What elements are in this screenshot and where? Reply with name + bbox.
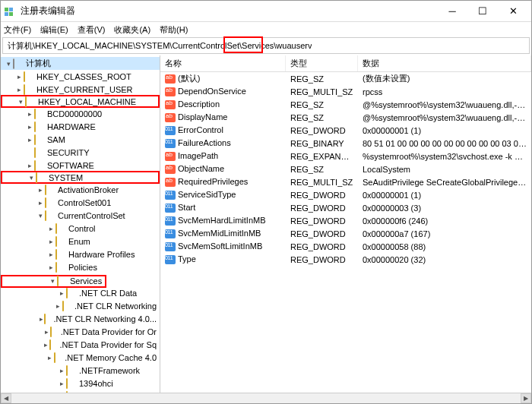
tree-node-enum[interactable]: ▸Enum [1, 235, 160, 248]
tree-node-hardware[interactable]: ▸HARDWARE [1, 120, 160, 133]
tree-node-service-item[interactable]: ▸.NET Memory Cache 4.0 [1, 352, 160, 365]
tree-node-service-item[interactable]: ▸.NET CLR Data [1, 287, 160, 300]
address-prefix: 计算机\HKEY_LOCAL_MACHINE\SYSTEM\CurrentCon… [8, 41, 276, 50]
column-name[interactable]: 名称 [160, 55, 286, 71]
scroll-left-button[interactable]: ◀ [1, 393, 11, 403]
chevron-right-icon[interactable]: ▸ [46, 251, 55, 258]
chevron-right-icon[interactable]: ▸ [38, 315, 44, 323]
maximize-button[interactable]: ☐ [467, 2, 498, 21]
tree-node-service-item[interactable]: ▸1394ohci [1, 377, 160, 390]
value-type-cell: REG_BINARY [286, 139, 358, 148]
chevron-right-icon[interactable]: ▸ [46, 238, 55, 245]
tree-node-software[interactable]: ▸SOFTWARE [1, 159, 160, 172]
value-name-cell: DependOnService [160, 87, 286, 96]
tree-node-services[interactable]: ▾Services [1, 275, 106, 288]
chevron-right-icon[interactable]: ▸ [43, 341, 49, 349]
menu-file[interactable]: 文件(F) [4, 24, 31, 36]
chevron-right-icon[interactable]: ▸ [36, 186, 45, 194]
close-button[interactable]: ✕ [498, 2, 528, 21]
tree-node-controlset001[interactable]: ▸ControlSet001 [1, 196, 160, 209]
tree-node-service-item[interactable]: ▸.NET Data Provider for Sq [1, 339, 160, 352]
chevron-right-icon[interactable]: ▸ [43, 328, 50, 336]
chevron-right-icon[interactable]: ▸ [46, 354, 54, 361]
chevron-right-icon[interactable]: ▸ [46, 225, 55, 232]
column-type[interactable]: 类型 [286, 55, 358, 71]
value-row[interactable]: DisplayNameREG_SZ@%systemroot%\system32\… [160, 111, 531, 124]
address-bar[interactable]: 计算机\HKEY_LOCAL_MACHINE\SYSTEM\CurrentCon… [2, 37, 530, 54]
scroll-right-button[interactable]: ▶ [521, 393, 531, 403]
value-row[interactable]: ServiceSidTypeREG_DWORD0x00000001 (1) [160, 188, 531, 201]
tree-node-control[interactable]: ▸Control [1, 222, 160, 235]
chevron-right-icon[interactable]: ▸ [25, 123, 34, 131]
value-type-cell: REG_MULTI_SZ [286, 87, 358, 96]
menu-view[interactable]: 查看(V) [78, 24, 106, 36]
chevron-right-icon[interactable]: ▸ [54, 302, 62, 310]
tree-node-activation[interactable]: ▸ActivationBroker [1, 183, 160, 196]
tree-node-hklm[interactable]: ▾HKEY_LOCAL_MACHINE [1, 95, 160, 108]
value-type-cell: REG_EXPAND_SZ [286, 152, 358, 161]
chevron-right-icon[interactable]: ▸ [36, 199, 45, 207]
menu-edit[interactable]: 编辑(E) [40, 24, 68, 36]
value-row[interactable]: ImagePathREG_EXPAND_SZ%systemroot%\syste… [160, 150, 531, 163]
chevron-down-icon[interactable]: ▾ [27, 174, 36, 181]
tree-node-bcd[interactable]: ▸BCD00000000 [1, 107, 160, 120]
tree-node-service-item[interactable]: ▸.NET CLR Networking 4.0... [1, 313, 160, 326]
tree-node-service-item[interactable]: ▸.NETFramework [1, 365, 160, 377]
value-row[interactable]: (默认)REG_SZ(数值未设置) [160, 72, 531, 85]
value-row[interactable]: RequiredPrivilegesREG_MULTI_SZSeAuditPri… [160, 175, 531, 188]
tree-node-policies[interactable]: ▸Policies [1, 260, 160, 273]
values-list[interactable]: 名称 类型 数据 (默认)REG_SZ(数值未设置)DependOnServic… [160, 55, 531, 393]
tree-node-service-item[interactable]: ▸.NET Data Provider for Or [1, 326, 160, 339]
chevron-right-icon[interactable]: ▸ [14, 86, 24, 93]
chevron-right-icon[interactable]: ▸ [57, 367, 66, 374]
chevron-down-icon[interactable]: ▾ [36, 212, 45, 219]
list-header[interactable]: 名称 类型 数据 [160, 55, 531, 72]
chevron-down-icon[interactable]: ▾ [4, 60, 13, 68]
tree-node-computer[interactable]: ▾ 计算机 [1, 57, 160, 70]
value-row[interactable]: ObjectNameREG_SZLocalSystem [160, 163, 531, 175]
value-type-icon [165, 178, 176, 187]
tree-view[interactable]: ▾ 计算机 ▸HKEY_CLASSES_ROOT ▸HKEY_CURRENT_U… [1, 55, 160, 393]
value-row[interactable]: StartREG_DWORD0x00000003 (3) [160, 201, 531, 214]
chevron-right-icon[interactable]: ▸ [57, 289, 66, 297]
tree-node-service-item[interactable]: ▸.NET CLR Networking [1, 300, 160, 313]
chevron-right-icon[interactable]: ▸ [14, 73, 24, 80]
value-data-cell: 0x00000001 (1) [358, 126, 531, 135]
value-name-cell: ServiceSidType [160, 190, 286, 200]
value-name-cell: ObjectName [160, 164, 286, 174]
scroll-track[interactable] [11, 393, 521, 403]
tree-node-sam[interactable]: ▸SAM [1, 133, 160, 146]
column-data[interactable]: 数据 [358, 55, 531, 71]
value-row[interactable]: SvcMemMidLimitInMBREG_DWORD0x000000a7 (1… [160, 227, 531, 240]
value-row[interactable]: SvcMemSoftLimitInMBREG_DWORD0x00000058 (… [160, 240, 531, 253]
value-row[interactable]: FailureActionsREG_BINARY80 51 01 00 00 0… [160, 137, 531, 150]
tree-node-system[interactable]: ▾SYSTEM [1, 171, 160, 184]
value-row[interactable]: SvcMemHardLimitInMBREG_DWORD0x000000f6 (… [160, 214, 531, 227]
value-row[interactable]: ErrorControlREG_DWORD0x00000001 (1) [160, 124, 531, 137]
tree-node-currentcontrolset[interactable]: ▾CurrentControlSet [1, 209, 160, 222]
menu-help[interactable]: 帮助(H) [160, 24, 188, 36]
chevron-right-icon[interactable]: ▸ [25, 162, 34, 169]
minimize-button[interactable]: ─ [437, 2, 467, 21]
value-name-cell: SvcMemHardLimitInMB [160, 216, 286, 226]
tree-node-hkcr[interactable]: ▸HKEY_CLASSES_ROOT [1, 70, 160, 83]
chevron-down-icon[interactable]: ▾ [16, 98, 25, 106]
chevron-right-icon[interactable]: ▸ [25, 136, 34, 144]
value-type-cell: REG_SZ [286, 100, 358, 109]
menu-favorites[interactable]: 收藏夹(A) [114, 24, 150, 36]
horizontal-scrollbar[interactable]: ◀ ▶ [1, 393, 531, 403]
value-data-cell: 0x000000a7 (167) [358, 229, 531, 238]
value-row[interactable]: DependOnServiceREG_MULTI_SZrpcss [160, 85, 531, 98]
chevron-down-icon[interactable]: ▾ [48, 277, 57, 285]
value-row[interactable]: TypeREG_DWORD0x00000020 (32) [160, 253, 531, 266]
chevron-right-icon[interactable]: ▸ [46, 264, 55, 271]
tree-node-security[interactable]: SECURITY [1, 146, 160, 159]
chevron-right-icon[interactable]: ▸ [25, 110, 34, 118]
value-row[interactable]: DescriptionREG_SZ@%systemroot%\system32\… [160, 98, 531, 111]
title-bar[interactable]: 注册表编辑器 ─ ☐ ✕ [1, 1, 531, 22]
value-data-cell: 0x00000001 (1) [358, 191, 531, 200]
tree-node-hardwareprofiles[interactable]: ▸Hardware Profiles [1, 248, 160, 260]
tree-node-hkcu[interactable]: ▸HKEY_CURRENT_USER [1, 83, 160, 96]
chevron-right-icon[interactable]: ▸ [57, 380, 66, 387]
svg-rect-1 [9, 8, 13, 11]
